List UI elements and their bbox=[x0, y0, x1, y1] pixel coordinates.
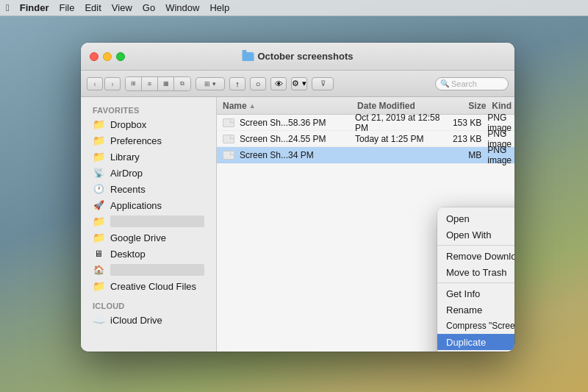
sidebar-item-label: Desktop bbox=[110, 249, 146, 260]
maximize-button[interactable] bbox=[116, 52, 125, 61]
icloud-icon: ☁️ bbox=[93, 314, 104, 326]
sidebar-item-library[interactable]: 📁 Library bbox=[84, 149, 213, 165]
icon-view-button[interactable]: ⊞ bbox=[126, 77, 142, 90]
sidebar-item-label: Dropbox bbox=[110, 119, 146, 130]
menu-bar:  Finder File Edit View Go Window Help bbox=[0, 0, 588, 16]
file-row[interactable]: Screen Sh...58.36 PM Oct 21, 2019 at 12:… bbox=[217, 115, 514, 131]
finder-window: October screenshots ‹ › ⊞ ≡ ▦ ⧉ ⊞ ▾ ↑ ○ … bbox=[81, 43, 514, 352]
file-kind: PNG image bbox=[484, 145, 514, 165]
file-size: 213 KB bbox=[445, 134, 485, 144]
sidebar-item-recents[interactable]: 🕐 Recents bbox=[84, 181, 213, 197]
minimize-button[interactable] bbox=[103, 52, 112, 61]
tag-button[interactable]: ○ bbox=[250, 77, 266, 90]
ctx-compress[interactable]: Compress "Screen Shot 2019-10-24 at 1.25… bbox=[437, 318, 514, 334]
sidebar-item-blur-2 bbox=[110, 264, 204, 276]
search-icon: 🔍 bbox=[440, 79, 449, 88]
menu-finder[interactable]: Finder bbox=[20, 2, 49, 13]
library-icon: 📁 bbox=[93, 151, 104, 163]
menu-file[interactable]: File bbox=[59, 2, 74, 13]
sidebar: Favorites 📁 Dropbox 📁 Preferences 📁 Libr… bbox=[81, 97, 217, 352]
gallery-view-button[interactable]: ⧉ bbox=[174, 77, 190, 90]
share-button[interactable]: ↑ bbox=[229, 77, 245, 90]
sidebar-item-preferences[interactable]: 📁 Preferences bbox=[84, 132, 213, 149]
folder-icon bbox=[242, 52, 254, 61]
ctx-get-info[interactable]: Get Info bbox=[437, 285, 514, 302]
col-header-kind[interactable]: Kind bbox=[489, 101, 514, 111]
window-title: October screenshots bbox=[242, 51, 353, 62]
back-button[interactable]: ‹ bbox=[87, 77, 103, 90]
desktop-icon: 🖥 bbox=[93, 248, 104, 260]
file-name-cell: Screen Sh...24.55 PM bbox=[217, 134, 352, 144]
view-buttons: ⊞ ≡ ▦ ⧉ bbox=[125, 76, 191, 91]
file-size: 153 KB bbox=[445, 118, 485, 128]
search-box[interactable]: 🔍 Search bbox=[435, 77, 509, 90]
finder-content: Favorites 📁 Dropbox 📁 Preferences 📁 Libr… bbox=[81, 97, 514, 352]
preview-button[interactable]: 👁 bbox=[270, 77, 287, 90]
file-name-cell: Screen Sh...34 PM bbox=[217, 150, 352, 160]
sidebar-item-label: Applications bbox=[110, 200, 162, 211]
sidebar-item-label: iCloud Drive bbox=[110, 315, 162, 326]
sidebar-item-airdrop[interactable]: 📡 AirDrop bbox=[84, 165, 213, 181]
icloud-label: iCloud bbox=[81, 299, 216, 312]
sidebar-item-desktop[interactable]: 🖥 Desktop bbox=[84, 246, 213, 262]
forward-button[interactable]: › bbox=[104, 77, 121, 90]
dropdown-button[interactable]: ⊽ bbox=[312, 77, 334, 90]
file-icon bbox=[223, 118, 234, 127]
column-view-button[interactable]: ▦ bbox=[158, 77, 174, 90]
file-list: Name ▲ Date Modified Size Kind Screen Sh… bbox=[217, 97, 514, 352]
sidebar-item-label: Google Drive bbox=[110, 232, 166, 243]
apple-menu[interactable]:  bbox=[6, 2, 10, 13]
file-size: MB bbox=[445, 150, 485, 160]
file-name: Screen Sh...34 PM bbox=[240, 150, 314, 160]
file-row[interactable]: Screen Sh...24.55 PM Today at 1:25 PM 21… bbox=[217, 131, 514, 147]
sidebar-item-label: Library bbox=[110, 152, 140, 163]
context-menu: Open Open With Remove Download Move to T… bbox=[437, 207, 514, 352]
preferences-icon: 📁 bbox=[93, 135, 104, 146]
googledrive-icon: 📁 bbox=[93, 232, 104, 243]
sidebar-item-dropbox[interactable]: 📁 Dropbox bbox=[84, 116, 213, 132]
sidebar-item-label: Recents bbox=[110, 184, 146, 195]
sort-arrow: ▲ bbox=[249, 102, 256, 110]
ctx-move-trash[interactable]: Move to Trash bbox=[437, 264, 514, 280]
recents-icon: 🕐 bbox=[93, 183, 104, 195]
col-header-date[interactable]: Date Modified bbox=[354, 101, 448, 111]
file-icon bbox=[223, 135, 234, 143]
ctx-open[interactable]: Open bbox=[437, 210, 514, 227]
file-date: Today at 1:25 PM bbox=[352, 134, 445, 144]
sidebar-item-label: Preferences bbox=[110, 135, 162, 146]
file-name-cell: Screen Sh...58.36 PM bbox=[217, 118, 352, 128]
creativecloud-icon: 📁 bbox=[93, 280, 104, 292]
menu-go[interactable]: Go bbox=[143, 2, 155, 13]
menu-help[interactable]: Help bbox=[209, 2, 229, 13]
ctx-remove-download[interactable]: Remove Download bbox=[437, 248, 514, 264]
file-row-selected[interactable]: Screen Sh...34 PM MB PNG image bbox=[217, 147, 514, 163]
action-button[interactable]: ⚙ ▾ bbox=[291, 77, 307, 90]
sidebar-item-blurred2[interactable]: 🏠 bbox=[84, 262, 213, 278]
toolbar: ‹ › ⊞ ≡ ▦ ⧉ ⊞ ▾ ↑ ○ 👁 ⚙ ▾ ⊽ 🔍 Search bbox=[81, 71, 514, 97]
close-button[interactable] bbox=[90, 52, 98, 61]
nav-buttons: ‹ › bbox=[87, 77, 121, 90]
ctx-duplicate[interactable]: Duplicate bbox=[437, 334, 514, 350]
ctx-rename[interactable]: Rename bbox=[437, 302, 514, 318]
file-icon bbox=[223, 151, 234, 160]
dropbox-icon: 📁 bbox=[93, 118, 104, 130]
sidebar-item-applications[interactable]: 🚀 Applications bbox=[84, 197, 213, 213]
file-name: Screen Sh...58.36 PM bbox=[240, 118, 326, 128]
sidebar-item-label: Creative Cloud Files bbox=[110, 281, 196, 292]
sidebar-item-blurred1[interactable]: 📁 bbox=[84, 213, 213, 229]
ctx-separator-2 bbox=[437, 282, 514, 283]
sidebar-item-icloud[interactable]: ☁️ iCloud Drive bbox=[84, 312, 213, 328]
sidebar-item-googledrive[interactable]: 📁 Google Drive bbox=[84, 229, 213, 246]
favorites-label: Favorites bbox=[81, 103, 216, 116]
menu-edit[interactable]: Edit bbox=[85, 2, 101, 13]
ctx-make-alias[interactable]: Make Alias bbox=[437, 350, 514, 352]
list-view-button[interactable]: ≡ bbox=[142, 77, 158, 90]
sidebar-item-creativecloud[interactable]: 📁 Creative Cloud Files bbox=[84, 278, 213, 294]
menu-window[interactable]: Window bbox=[165, 2, 199, 13]
col-header-size[interactable]: Size bbox=[448, 101, 489, 111]
menu-view[interactable]: View bbox=[112, 2, 132, 13]
file-name: Screen Sh...24.55 PM bbox=[240, 134, 326, 144]
col-header-name[interactable]: Name ▲ bbox=[217, 101, 354, 111]
ctx-open-with[interactable]: Open With bbox=[437, 227, 514, 243]
arrange-button[interactable]: ⊞ ▾ bbox=[196, 77, 225, 90]
